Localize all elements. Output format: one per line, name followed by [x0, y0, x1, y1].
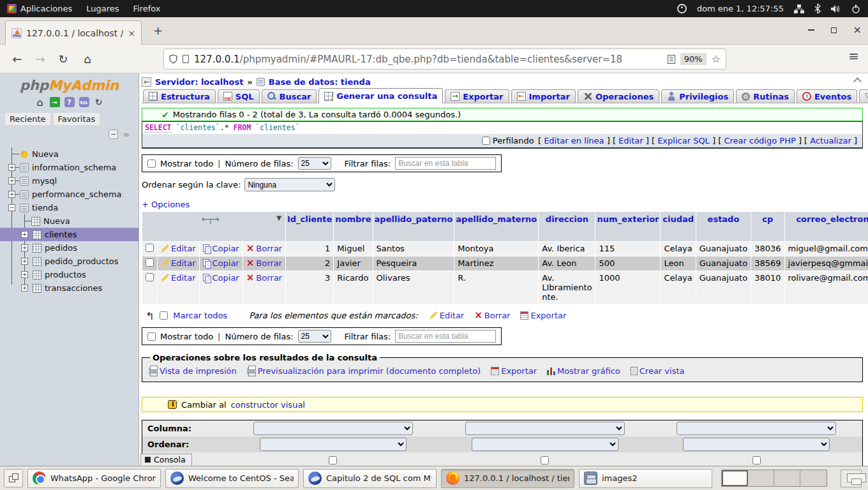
qbe-sort-select-2[interactable] [472, 438, 618, 451]
link-with-main-panel-icon[interactable]: ∞ [123, 130, 130, 139]
options-caret-icon[interactable]: ▼ [276, 214, 281, 221]
row-copy-link[interactable]: Copiar [203, 273, 239, 283]
options-toggle-link[interactable]: + Opciones [142, 200, 868, 209]
tab-sql[interactable]: SQL [218, 89, 260, 103]
volume-icon[interactable] [831, 4, 841, 13]
expand-icon[interactable] [8, 191, 15, 198]
column-header-id-cliente[interactable]: Id_cliente [285, 212, 333, 242]
sql-window-icon[interactable]: SQL [79, 97, 89, 107]
rows-count-select[interactable]: 25 [298, 330, 331, 343]
tab-generar-consulta[interactable]: Generar una consulta [318, 88, 443, 103]
expand-icon[interactable] [8, 164, 15, 171]
expand-icon[interactable] [8, 177, 15, 184]
column-reorder-header[interactable]: ←┬→▼ [142, 212, 286, 242]
column-header-correo[interactable]: correo_electronico [784, 212, 868, 242]
tab-mas[interactable]: ▽Más [859, 89, 868, 103]
breadcrumb-database-link[interactable]: Base de datos: tienda [269, 77, 371, 87]
explain-sql-link[interactable]: Explicar SQL [657, 136, 710, 145]
show-all-checkbox[interactable] [147, 332, 156, 341]
applications-menu[interactable]: Aplicaciones [0, 0, 79, 17]
taskbar-window-seamonkey-2[interactable]: Capitulo 2 de SQL com My... [303, 469, 437, 488]
show-desktop-button[interactable] [841, 470, 862, 487]
scroll-to-top-icon[interactable] [854, 76, 862, 84]
filter-rows-input[interactable] [395, 330, 496, 343]
workspace-1[interactable] [722, 470, 748, 486]
tree-item-productos[interactable]: productos [0, 268, 138, 281]
expand-icon[interactable] [21, 244, 28, 251]
row-delete-link[interactable]: ×Borrar [246, 273, 282, 283]
create-php-code-link[interactable]: Crear código PHP [724, 136, 795, 145]
export-results-link[interactable]: Exportar [491, 366, 537, 376]
new-tab-button[interactable]: + [153, 26, 163, 35]
reload-button[interactable]: ↻ [54, 50, 73, 68]
sort-key-select[interactable]: Ninguna [244, 178, 335, 191]
check-all-checkbox[interactable] [160, 311, 168, 320]
column-header-estado[interactable]: estado [696, 212, 751, 242]
power-icon[interactable] [851, 4, 860, 13]
tab-exportar[interactable]: Exportar [445, 89, 509, 103]
collapse-panel-icon[interactable]: ← [142, 77, 151, 87]
network-icon[interactable] [794, 4, 804, 13]
url-bar[interactable]: 127.0.0.1/phpmyadmin/#PMAURL-17:db_qbe.p… [163, 48, 726, 70]
home-button[interactable]: ⌂ [78, 50, 97, 68]
expand-icon[interactable] [21, 258, 28, 265]
expand-icon[interactable] [21, 285, 28, 292]
qbe-sort-select-3[interactable] [683, 438, 830, 451]
bluetooth-icon[interactable] [814, 4, 821, 13]
show-all-checkbox[interactable] [147, 160, 156, 168]
row-copy-link[interactable]: Copiar [203, 258, 239, 268]
tab-close-icon[interactable]: × [128, 28, 135, 38]
row-copy-link[interactable]: Copiar [203, 244, 239, 253]
column-header-direccion[interactable]: direccion [539, 212, 595, 242]
accessibility-icon[interactable] [677, 4, 687, 13]
visual-builder-link[interactable]: constructor visual [231, 400, 305, 410]
help-icon[interactable]: ? [64, 97, 75, 107]
workspace-3[interactable] [774, 470, 800, 486]
firefox-menu[interactable]: Firefox [126, 0, 168, 17]
reorder-columns-icon[interactable]: ←┬→ [202, 214, 219, 224]
home-icon[interactable]: ⌂ [35, 97, 45, 107]
back-button[interactable]: ← [8, 50, 27, 68]
recent-tables-button[interactable]: Reciente [5, 113, 50, 125]
row-checkbox[interactable] [146, 244, 154, 252]
row-checkbox[interactable] [146, 273, 154, 281]
taskbar-window-seamonkey-1[interactable]: Welcome to CentOS - Sea... [165, 469, 299, 488]
rows-count-select[interactable]: 25 [298, 157, 331, 170]
window-close-button[interactable]: × [853, 27, 862, 33]
tab-rutinas[interactable]: Rutinas [736, 89, 795, 103]
qbe-show-checkbox-3[interactable] [752, 456, 761, 464]
collapse-icon[interactable] [8, 204, 15, 211]
qbe-sort-select-1[interactable] [260, 438, 407, 451]
places-menu[interactable]: Lugares [79, 0, 126, 17]
expand-icon[interactable] [21, 231, 28, 238]
column-header-apellido-paterno[interactable]: apellido_paterno [373, 212, 454, 242]
window-list-button[interactable] [4, 469, 23, 487]
inline-edit-link[interactable]: Editar en línea [544, 136, 604, 145]
tree-item-mysql[interactable]: mysql [0, 174, 138, 188]
reader-view-icon[interactable] [668, 55, 675, 64]
refresh-icon[interactable]: ↻ [94, 97, 104, 107]
refresh-link[interactable]: Actualizar [810, 136, 851, 145]
tree-item-tienda[interactable]: tienda [0, 201, 138, 214]
column-header-apellido-materno[interactable]: apellido_materno [454, 212, 539, 242]
print-preview-link[interactable]: Previsualización para imprimir (document… [247, 366, 481, 376]
qbe-show-checkbox-2[interactable] [541, 456, 549, 464]
column-header-num-exterior[interactable]: num_exterior [595, 212, 661, 242]
tab-buscar[interactable]: Buscar [262, 89, 317, 103]
selected-delete-link[interactable]: ×Borrar [474, 311, 510, 320]
taskbar-window-chrome[interactable]: WhatsApp - Google Chrome [27, 469, 161, 488]
page-info-icon[interactable] [183, 55, 189, 63]
column-header-nombre[interactable]: nombre [334, 212, 373, 242]
workspace-2[interactable] [748, 470, 774, 486]
tree-item-performance-schema[interactable]: performance_schema [0, 188, 138, 201]
forward-button[interactable]: → [31, 50, 50, 68]
expand-icon[interactable] [21, 271, 28, 278]
console-toggle[interactable]: Consola [140, 454, 192, 466]
tree-item-clientes[interactable]: clientes [0, 228, 138, 241]
tab-privilegios[interactable]: Privilegios [661, 89, 734, 103]
window-maximize-button[interactable] [831, 27, 837, 33]
filter-rows-input[interactable] [395, 157, 496, 170]
menu-hamburger-icon[interactable]: ≡ [848, 51, 859, 61]
tree-item-transacciones[interactable]: transacciones [0, 281, 138, 295]
taskbar-window-firefox[interactable]: 127.0.0.1 / localhost / tien... [441, 469, 574, 488]
